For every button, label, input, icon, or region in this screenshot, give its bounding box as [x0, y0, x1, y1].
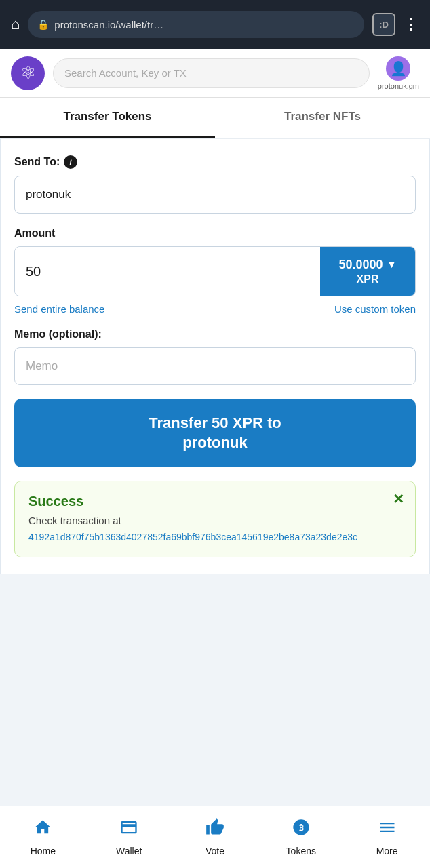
tabs-container: Transfer Tokens Transfer NFTs [0, 98, 430, 139]
svg-text:₿: ₿ [298, 823, 303, 832]
send-to-label: Send To: i [14, 155, 416, 169]
bottom-nav: Home Wallet Vote ₿ Tokens [0, 806, 430, 868]
token-name: XPR [357, 273, 379, 285]
tab-switcher[interactable]: :D [372, 13, 395, 36]
browser-menu-icon[interactable]: ⋮ [404, 16, 419, 33]
tab-transfer-tokens[interactable]: Transfer Tokens [0, 98, 215, 138]
amount-input[interactable] [15, 247, 320, 296]
user-profile[interactable]: 👤 protonuk.gm [378, 56, 419, 90]
search-placeholder: Search Account, Key or TX [64, 67, 187, 79]
logo[interactable]: ⚛ [11, 56, 45, 90]
form-container: Send To: i Amount 50.0000 ▼ XPR [0, 139, 430, 574]
amount-row: 50.0000 ▼ XPR [14, 246, 416, 296]
wallet-icon [119, 818, 138, 842]
balance-actions: Send entire balance Use custom token [14, 303, 416, 315]
nav-label-tokens: Tokens [286, 846, 316, 856]
more-icon [378, 818, 397, 842]
search-bar[interactable]: Search Account, Key or TX [53, 58, 370, 88]
vote-icon [206, 818, 224, 842]
user-icon: 👤 [390, 60, 407, 77]
tokens-icon: ₿ [292, 818, 311, 842]
success-title: Success [28, 494, 402, 509]
nav-label-wallet: Wallet [116, 846, 142, 856]
send-to-input[interactable] [14, 176, 416, 214]
nav-item-home[interactable]: Home [0, 806, 86, 868]
send-to-group: Send To: i [14, 155, 416, 214]
memo-input[interactable] [14, 347, 416, 385]
token-amount-display: 50.0000 ▼ [339, 258, 397, 272]
atom-icon: ⚛ [20, 62, 36, 83]
main-content: Transfer Tokens Transfer NFTs Send To: i… [0, 98, 430, 806]
app-header: ⚛ Search Account, Key or TX 👤 protonuk.g… [0, 49, 430, 98]
avatar: 👤 [386, 56, 410, 81]
memo-group: Memo (optional): [14, 328, 416, 385]
username: protonuk.gm [378, 82, 419, 90]
chevron-down-icon: ▼ [387, 259, 397, 270]
browser-home-icon[interactable]: ⌂ [11, 16, 20, 33]
nav-item-tokens[interactable]: ₿ Tokens [258, 806, 344, 868]
success-banner: Success ✕ Check transaction at 4192a1d87… [14, 481, 416, 557]
nav-item-more[interactable]: More [344, 806, 430, 868]
memo-label: Memo (optional): [14, 328, 416, 340]
transfer-button[interactable]: Transfer 50 XPR toprotonuk [14, 399, 416, 467]
nav-item-wallet[interactable]: Wallet [86, 806, 172, 868]
transaction-hash[interactable]: 4192a1d870f75b1363d4027852fa69bbf976b3ce… [28, 530, 402, 545]
nav-label-more: More [376, 846, 398, 856]
amount-group: Amount 50.0000 ▼ XPR Send entire balance… [14, 227, 416, 315]
success-check-text: Check transaction at [28, 515, 402, 526]
use-custom-token-link[interactable]: Use custom token [334, 303, 416, 315]
url-bar[interactable]: 🔒 protonscan.io/wallet/tr… [28, 11, 364, 38]
home-icon [33, 818, 52, 842]
token-selector[interactable]: 50.0000 ▼ XPR [320, 247, 415, 296]
nav-label-vote: Vote [206, 846, 224, 856]
tab-transfer-nfts[interactable]: Transfer NFTs [215, 98, 430, 138]
success-close-button[interactable]: ✕ [393, 491, 404, 507]
info-icon[interactable]: i [64, 155, 77, 169]
lock-icon: 🔒 [37, 19, 49, 30]
amount-label: Amount [14, 227, 416, 239]
nav-item-vote[interactable]: Vote [172, 806, 258, 868]
browser-bar: ⌂ 🔒 protonscan.io/wallet/tr… :D ⋮ [0, 0, 430, 49]
send-entire-balance-link[interactable]: Send entire balance [14, 303, 104, 315]
nav-label-home: Home [31, 846, 56, 856]
url-text: protonscan.io/wallet/tr… [54, 19, 163, 31]
